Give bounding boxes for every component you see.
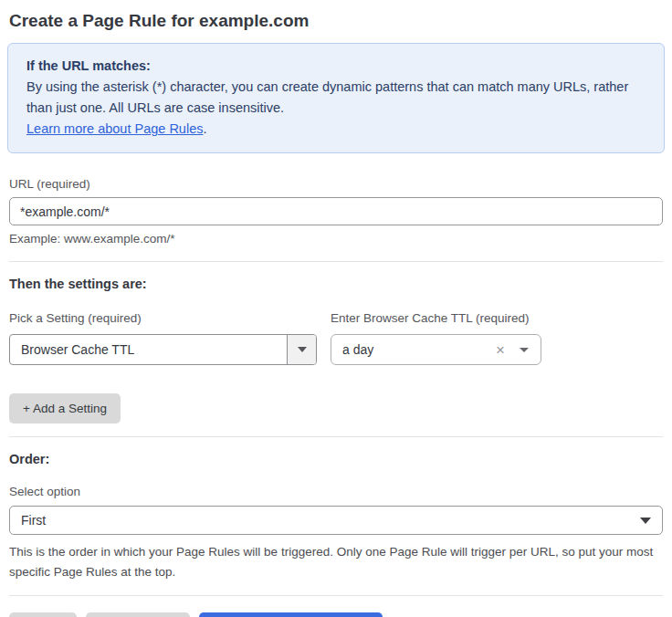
- chevron-down-icon: [640, 518, 651, 524]
- info-box-link-line: Learn more about Page Rules.: [26, 119, 646, 140]
- ttl-picker-label: Enter Browser Cache TTL (required): [331, 311, 541, 326]
- setting-picker-column: Pick a Setting (required) Browser Cache …: [9, 311, 317, 365]
- order-helper-text: This is the order in which your Page Rul…: [9, 542, 663, 582]
- chevron-down-icon: [298, 347, 307, 352]
- order-select-label: Select option: [9, 485, 663, 499]
- divider: [9, 595, 663, 596]
- divider: [9, 436, 663, 437]
- save-as-draft-button[interactable]: Save as Draft: [86, 612, 190, 617]
- ttl-picker-column: Enter Browser Cache TTL (required) a day…: [331, 311, 541, 365]
- url-field-helper: Example: www.example.com/*: [9, 232, 663, 246]
- cancel-button[interactable]: Cancel: [9, 612, 77, 617]
- clear-icon[interactable]: ×: [496, 342, 505, 358]
- setting-picker-label: Pick a Setting (required): [9, 311, 317, 326]
- divider: [9, 261, 663, 262]
- setting-picker-select[interactable]: Browser Cache TTL: [9, 334, 317, 365]
- info-box-heading: If the URL matches:: [26, 56, 646, 77]
- setting-picker-value: Browser Cache TTL: [10, 335, 287, 364]
- setting-picker-arrow-segment[interactable]: [287, 335, 316, 364]
- settings-section-heading: Then the settings are:: [9, 277, 663, 292]
- order-section-heading: Order:: [9, 452, 663, 467]
- order-select[interactable]: First: [9, 506, 663, 535]
- info-box-body: By using the asterisk (*) character, you…: [26, 77, 646, 119]
- page-title: Create a Page Rule for example.com: [9, 10, 663, 31]
- form-actions: Cancel Save as Draft Save and Deploy Pag…: [9, 612, 663, 617]
- link-suffix: .: [203, 121, 206, 136]
- url-match-info-box: If the URL matches: By using the asteris…: [7, 43, 665, 153]
- add-setting-button[interactable]: + Add a Setting: [9, 393, 121, 424]
- save-and-deploy-button[interactable]: Save and Deploy Page Rule: [199, 612, 383, 617]
- url-input[interactable]: [9, 197, 663, 225]
- settings-row: Pick a Setting (required) Browser Cache …: [9, 311, 663, 365]
- learn-more-link[interactable]: Learn more about Page Rules: [26, 121, 203, 136]
- chevron-down-icon: [520, 348, 529, 352]
- order-select-value: First: [21, 513, 640, 528]
- ttl-picker-value: a day: [342, 342, 496, 357]
- ttl-picker-combobox[interactable]: a day ×: [331, 334, 541, 365]
- url-field-label: URL (required): [9, 177, 663, 192]
- page-rule-form: Create a Page Rule for example.com If th…: [0, 10, 672, 617]
